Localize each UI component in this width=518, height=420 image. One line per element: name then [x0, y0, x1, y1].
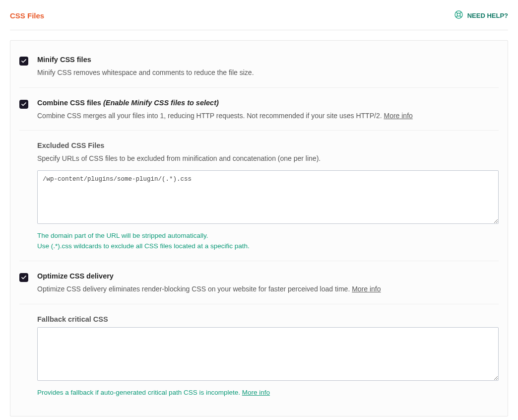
svg-line-3 — [459, 12, 461, 13]
excluded-css-hint: The domain part of the URL will be strip… — [37, 231, 499, 252]
combine-css-desc-text: Combine CSS merges all your files into 1… — [37, 112, 384, 120]
fallback-css-title: Fallback critical CSS — [37, 315, 499, 323]
fallback-hint-text: Provides a fallback if auto-generated cr… — [37, 389, 242, 396]
combine-css-checkbox[interactable] — [19, 100, 28, 109]
combine-css-title-main: Combine CSS files — [37, 99, 101, 107]
minify-css-desc: Minify CSS removes whitespace and commen… — [37, 68, 499, 78]
svg-line-2 — [456, 12, 457, 13]
need-help-label: NEED HELP? — [467, 12, 508, 19]
optimize-css-desc: Optimize CSS delivery eliminates render-… — [37, 284, 499, 295]
option-minify-css: Minify CSS files Minify CSS removes whit… — [19, 45, 499, 88]
fallback-css-hint: Provides a fallback if auto-generated cr… — [37, 388, 499, 398]
svg-line-5 — [459, 16, 461, 17]
optimize-css-title: Optimize CSS delivery — [37, 272, 499, 280]
check-icon — [21, 58, 27, 64]
excluded-hint-line1: The domain part of the URL will be strip… — [37, 231, 499, 241]
fallback-css-textarea[interactable] — [37, 327, 499, 381]
optimize-more-info-link[interactable]: More info — [352, 285, 381, 293]
fallback-more-info-link[interactable]: More info — [242, 389, 270, 396]
excluded-css-textarea[interactable] — [37, 170, 499, 224]
excluded-css-title: Excluded CSS Files — [37, 141, 499, 149]
excluded-css-desc: Specify URLs of CSS files to be excluded… — [37, 153, 499, 164]
life-ring-icon — [454, 10, 463, 21]
combine-css-title: Combine CSS files (Enable Minify CSS fil… — [37, 99, 499, 107]
svg-line-4 — [456, 16, 457, 17]
minify-css-title: Minify CSS files — [37, 56, 499, 64]
optimize-css-desc-text: Optimize CSS delivery eliminates render-… — [37, 285, 352, 293]
section-title: CSS Files — [10, 11, 44, 20]
option-combine-css: Combine CSS files (Enable Minify CSS fil… — [19, 88, 499, 131]
combine-more-info-link[interactable]: More info — [384, 112, 412, 120]
minify-css-checkbox[interactable] — [19, 57, 28, 66]
check-icon — [21, 275, 27, 280]
combine-css-title-note: (Enable Minify CSS files to select) — [103, 99, 219, 107]
section-header: CSS Files NEED HELP? — [10, 10, 508, 30]
option-excluded-css: Excluded CSS Files Specify URLs of CSS f… — [19, 131, 499, 261]
optimize-css-checkbox[interactable] — [19, 273, 28, 282]
check-icon — [21, 101, 27, 107]
excluded-hint-line2: Use (.*).css wildcards to exclude all CS… — [37, 241, 499, 252]
css-files-panel: Minify CSS files Minify CSS removes whit… — [10, 40, 508, 417]
option-optimize-css: Optimize CSS delivery Optimize CSS deliv… — [19, 261, 499, 304]
need-help-link[interactable]: NEED HELP? — [454, 10, 508, 21]
option-fallback-css: Fallback critical CSS Provides a fallbac… — [19, 304, 499, 407]
combine-css-desc: Combine CSS merges all your files into 1… — [37, 111, 499, 122]
